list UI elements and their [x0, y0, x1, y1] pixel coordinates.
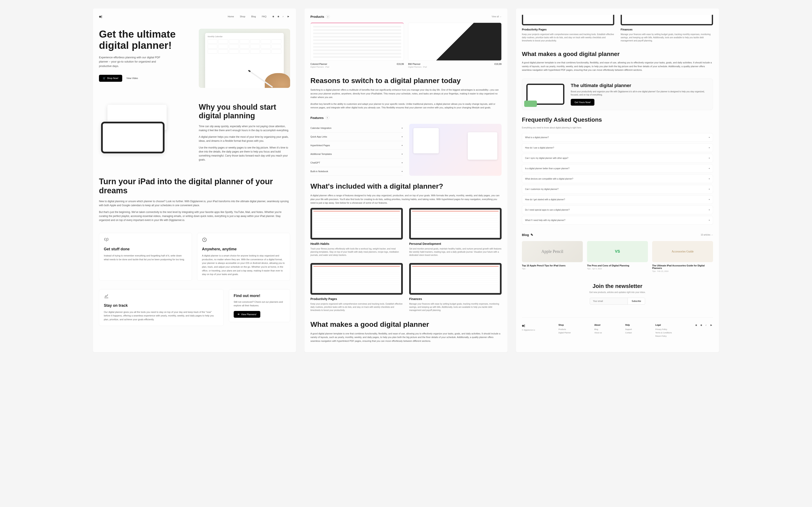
faq-item[interactable]: Can I customize my digital planner?+ — [522, 185, 713, 193]
nav-shop[interactable]: Shop — [240, 15, 245, 18]
feature-desc: Our digital planner gives you all the to… — [104, 310, 219, 322]
included-card-desc: Manage your finances with ease by settin… — [409, 302, 502, 312]
included-desc: A digital planner offers a range of feat… — [310, 194, 502, 205]
goodplanner-p2: A good digital planner template is one t… — [522, 61, 713, 72]
product-image — [408, 22, 502, 61]
included-card-desc: Track your fitness journey effortlessly … — [310, 247, 403, 257]
blog-card[interactable]: VS The Pros and Cons of Digital Planning… — [587, 241, 648, 272]
clock-icon — [202, 237, 207, 242]
pinterest-icon[interactable]: ◉ — [277, 15, 280, 18]
view-video-link[interactable]: View Video — [126, 77, 138, 79]
goodplanner-title: What makes a good digital planner — [310, 320, 502, 329]
faq-item[interactable]: Do I need special apps to use a digital … — [522, 206, 713, 214]
product-price: €19,99 — [494, 63, 502, 65]
accordion-item[interactable]: Built-in Notebook+ — [310, 167, 403, 176]
faq-item[interactable]: Can I sync my digital planner with other… — [522, 154, 713, 162]
ipad-p2: But that's just the beginning. We've tak… — [99, 210, 290, 222]
ipad-title: Turn your iPad into the digital planner … — [99, 177, 290, 195]
p3-image — [621, 15, 713, 25]
p3-card: Finances Manage your finances with ease … — [621, 15, 713, 42]
blog-card[interactable]: Apple Pencil Top 10 Apple Pencil Tips fo… — [522, 241, 583, 272]
pinterest-icon[interactable]: ◉ — [700, 324, 703, 326]
plus-icon: + — [402, 170, 403, 173]
included-card-title: Productivity Pages — [310, 297, 403, 300]
get-yours-button[interactable]: Get Yours Now! — [571, 99, 595, 106]
faq-list: What is a digital planner?+ How do I use… — [522, 133, 713, 225]
faq-item[interactable]: How do I use a digital planner?+ — [522, 144, 713, 152]
plus-icon: + — [709, 219, 710, 221]
footer-link[interactable]: Support — [625, 328, 632, 330]
footer-link[interactable]: Blog — [594, 328, 602, 330]
youtube-icon[interactable]: ▶ — [711, 324, 713, 326]
footer-link[interactable]: Products — [558, 328, 571, 330]
accordion-item[interactable]: Additional Templates+ — [310, 150, 403, 158]
accordion-item[interactable]: ChatGPT+ — [310, 158, 403, 167]
footer-link[interactable]: Digital Planner — [558, 332, 571, 334]
footer-link[interactable]: Return Policy — [655, 335, 672, 337]
included-card: Health Habits Track your fitness journey… — [310, 208, 403, 257]
footer-link[interactable]: About us — [594, 332, 602, 334]
nav-home[interactable]: Home — [228, 15, 234, 18]
accordion-item[interactable]: Quick App Links+ — [310, 132, 403, 141]
shop-now-button[interactable]: 🛒Shop Now! — [99, 75, 122, 82]
faq-item[interactable]: Is a digital planner better than a paper… — [522, 164, 713, 173]
faq-item[interactable]: How do I get started with a digital plan… — [522, 195, 713, 204]
findout-card: Find out more! Still not convinced? Chec… — [229, 289, 290, 322]
subscribe-button[interactable]: Subscribe — [628, 298, 645, 304]
footer-link[interactable]: Contact — [625, 332, 632, 334]
badge: 6 — [325, 116, 329, 119]
view-planners-button[interactable]: 👁View Planners! — [234, 311, 260, 318]
feature-title: Anywhere, anytime — [202, 247, 285, 251]
included-card-desc: Keep your projects organized with compre… — [310, 302, 403, 312]
product-card[interactable]: BW Planner€19,99 Digital Planners · iPad — [408, 22, 502, 68]
nav-blog[interactable]: Blog — [251, 15, 256, 18]
p3-card-desc: Keep your projects organized with compre… — [522, 33, 614, 42]
plus-icon: + — [709, 157, 710, 159]
cart-icon: 🛒 — [103, 77, 106, 80]
product-image — [310, 22, 404, 61]
accordion-item[interactable]: Hyperlinked Pages+ — [310, 141, 403, 150]
logo[interactable]: ◆| — [99, 15, 102, 18]
footer-col: Help Support Contact — [625, 324, 632, 338]
section-why: Why you should start digital planning Ti… — [99, 103, 290, 164]
products-title: Products2 — [310, 15, 330, 18]
email-input[interactable] — [590, 298, 628, 304]
footer-link[interactable]: Terms & Conditions — [655, 332, 672, 334]
instagram-icon[interactable]: ◉ — [695, 324, 698, 326]
hero: Get the ultimate digital planner! Experi… — [99, 29, 290, 88]
plus-icon: + — [709, 136, 710, 138]
blog-card[interactable]: Accessories Guide The Ultimate iPad Acce… — [652, 241, 713, 272]
accordion-preview — [409, 124, 502, 176]
feature-card: Get stuff done Instead of trying to reme… — [99, 233, 192, 281]
nav: Home Shop Blog FAQ ◉ ◉ ♪ ▶ — [228, 15, 290, 18]
included-image — [310, 208, 403, 239]
plus-icon: + — [402, 127, 403, 129]
cta-image — [526, 83, 564, 105]
footer-link[interactable]: Privacy Policy — [655, 328, 672, 330]
tiktok-icon[interactable]: ♪ — [283, 15, 285, 18]
blog-count-link[interactable]: 10 articles → — [701, 234, 713, 236]
faq-item[interactable]: What devices are compatible with a digit… — [522, 174, 713, 183]
blog-image: Accessories Guide — [652, 241, 713, 262]
why-title: Why you should start digital planning — [199, 103, 290, 120]
faq-item[interactable]: What is a digital planner?+ — [522, 133, 713, 142]
plus-icon: + — [402, 153, 403, 155]
ipad-p1: New to digital planning or unsure which … — [99, 200, 290, 208]
blog-card-title: The Ultimate iPad Accessories Guide for … — [652, 264, 713, 269]
tiktok-icon[interactable]: ♪ — [705, 324, 708, 326]
reasons-p1: Switching to a digital planner offers a … — [310, 88, 502, 99]
faq-item[interactable]: What if I need help with my digital plan… — [522, 216, 713, 225]
brain-icon — [104, 237, 109, 242]
pencil-icon: ✎ — [530, 233, 533, 237]
accordion-item[interactable]: Calendar Integration+ — [310, 124, 403, 132]
products-viewall-link[interactable]: View all → — [492, 15, 502, 18]
product-card[interactable]: Colored Planner€19,99 Digital Planners ·… — [310, 22, 404, 68]
instagram-icon[interactable]: ◉ — [272, 15, 275, 18]
youtube-icon[interactable]: ▶ — [288, 15, 290, 18]
included-card-title: Health Habits — [310, 242, 403, 245]
features-grid: Get stuff done Instead of trying to reme… — [99, 233, 290, 281]
nav-faq[interactable]: FAQ — [262, 15, 266, 18]
blog-row: Apple Pencil Top 10 Apple Pencil Tips fo… — [522, 241, 713, 272]
p3-image — [522, 15, 614, 25]
eye-icon: 👁 — [238, 313, 240, 316]
